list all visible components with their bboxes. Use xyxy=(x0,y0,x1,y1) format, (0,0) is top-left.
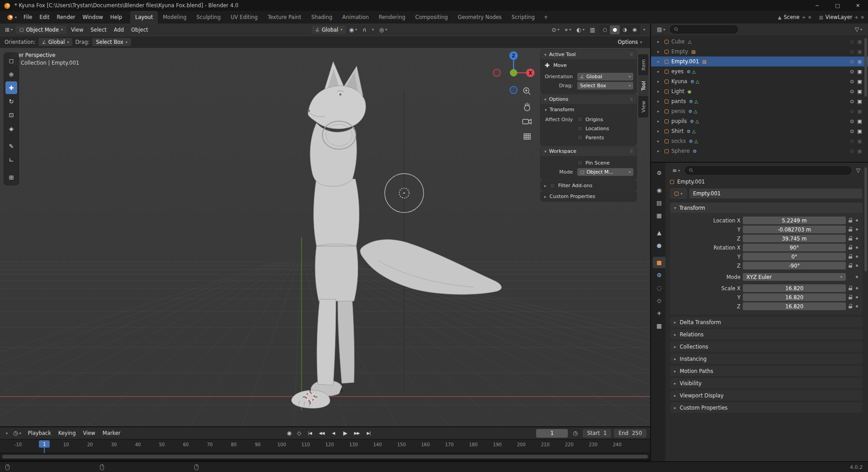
viewport-menu-add[interactable]: Add xyxy=(110,25,127,34)
play-reverse-button[interactable]: ◀ xyxy=(328,429,339,438)
gizmos-toggle[interactable]: ⌖▾ xyxy=(562,26,573,34)
lock-icon[interactable] xyxy=(848,295,853,300)
overlays-toggle[interactable]: ◐▾ xyxy=(574,26,587,34)
axis-y-ball[interactable] xyxy=(510,70,517,76)
animate-dot[interactable] xyxy=(856,296,858,298)
visibility-eye-icon[interactable]: ⊙ xyxy=(848,109,856,114)
outliner-row-empty[interactable]: ▸Empty▨⊙▣ xyxy=(651,47,868,57)
animate-dot[interactable] xyxy=(856,305,858,307)
workspace-tab-compositing[interactable]: Compositing xyxy=(410,11,453,24)
texture-icon[interactable]: ▩ xyxy=(653,320,665,331)
locations-checkbox[interactable] xyxy=(577,126,583,131)
snap-magnet-toggle[interactable]: ∩ xyxy=(360,26,369,34)
panel-motion-paths[interactable]: ▸Motion Paths xyxy=(670,366,863,376)
panel-drag-dropdown[interactable]: Select Box ▾ xyxy=(577,82,633,90)
sidebar-tab-view[interactable]: View xyxy=(638,96,648,118)
menu-help[interactable]: Help xyxy=(107,13,126,22)
timeline-scrollbar[interactable] xyxy=(2,455,648,458)
snap-settings-dropdown[interactable]: ▾ xyxy=(370,27,376,33)
animate-dot[interactable] xyxy=(856,228,858,231)
tweak-select-tool-button[interactable]: ◻ xyxy=(5,54,17,67)
lock-icon[interactable] xyxy=(848,245,853,250)
axis-negative-z-ball[interactable] xyxy=(510,86,517,94)
pivot-point-button[interactable]: ◉▾ xyxy=(347,26,359,34)
properties-scrollbar[interactable] xyxy=(864,167,867,271)
timeline-menu-view[interactable]: View xyxy=(79,429,99,438)
rendered-shading-button[interactable]: ◉ xyxy=(630,25,640,34)
add-workspace-button[interactable]: + xyxy=(540,14,552,20)
render-camera-icon[interactable]: ▣ xyxy=(856,128,863,134)
view-layer-icon[interactable]: ▦ xyxy=(653,210,665,221)
number-field[interactable]: 90° xyxy=(743,244,846,251)
render-camera-icon[interactable]: ▣ xyxy=(856,39,863,45)
disclosure-triangle-icon[interactable]: ▸ xyxy=(657,49,664,54)
preview-range-toggle[interactable]: ◷ xyxy=(571,429,580,437)
number-field[interactable]: 39.745 m xyxy=(743,235,846,242)
number-field[interactable]: 0° xyxy=(743,253,846,260)
workspace-tab-geometry-nodes[interactable]: Geometry Nodes xyxy=(453,11,507,24)
timeline-menu-playback[interactable]: Playback xyxy=(24,429,55,438)
tool-drag-dropdown[interactable]: Select Box ▾ xyxy=(92,38,131,46)
timeline-menu-keying[interactable]: Keying xyxy=(55,429,80,438)
object-icon[interactable]: ■ xyxy=(653,257,665,268)
visibility-eye-icon[interactable]: ⊙ xyxy=(848,148,856,154)
render-icon[interactable]: ◉ xyxy=(653,184,665,196)
lock-icon[interactable] xyxy=(848,304,853,309)
workspace-mode-dropdown[interactable]: ▢ Object M... ▾ xyxy=(577,168,633,176)
number-field[interactable]: 16.820 xyxy=(743,284,846,292)
blender-app-menu-button[interactable]: ▾ xyxy=(4,14,20,20)
close-button[interactable]: ✕ xyxy=(848,0,868,11)
current-frame-marker[interactable]: 1 xyxy=(39,440,50,448)
lock-icon[interactable] xyxy=(848,218,853,223)
visibility-eye-icon[interactable]: ⊙ xyxy=(848,138,856,144)
render-camera-icon[interactable]: ▣ xyxy=(856,109,863,114)
previous-keyframe-button[interactable]: ◀◀ xyxy=(316,429,327,438)
animate-dot[interactable] xyxy=(856,219,858,222)
world-icon[interactable]: ● xyxy=(653,240,665,251)
panel-delta-transform[interactable]: ▸Delta Transform xyxy=(670,317,863,327)
move-tool-button[interactable]: ✚ xyxy=(5,81,17,94)
cursor-tool-button[interactable]: ⊕ xyxy=(5,68,17,80)
pin-scene-checkbox[interactable] xyxy=(577,160,583,165)
visibility-eye-icon[interactable]: ⊙ xyxy=(848,89,856,94)
render-camera-icon[interactable]: ▣ xyxy=(856,148,863,154)
outliner-row-shirt[interactable]: ▸Shirt⚙△⊙▣ xyxy=(651,126,868,136)
editor-type-button[interactable]: ⊞▾ xyxy=(3,26,15,34)
transform-orientation-dropdown[interactable]: ∠ Global ▾ xyxy=(312,26,346,34)
render-camera-icon[interactable]: ▣ xyxy=(856,99,863,104)
render-camera-icon[interactable]: ▣ xyxy=(856,118,863,124)
disclosure-triangle-icon[interactable]: ▸ xyxy=(657,59,664,64)
origins-checkbox[interactable] xyxy=(577,117,583,122)
viewport-canvas[interactable]: Z X xyxy=(0,48,650,426)
workspace-tab-scripting[interactable]: Scripting xyxy=(507,11,540,24)
disclosure-triangle-icon[interactable]: ▸ xyxy=(657,89,664,94)
xray-toggle[interactable]: ▥ xyxy=(588,26,597,34)
rotate-tool-button[interactable]: ↻ xyxy=(5,95,17,108)
render-camera-icon[interactable]: ▣ xyxy=(856,59,863,65)
panel-orientation-dropdown[interactable]: ∠ Global ▾ xyxy=(577,73,633,80)
workspace-tab-sculpting[interactable]: Sculpting xyxy=(191,11,226,24)
transform-panel-header[interactable]: ▾ Transform xyxy=(670,203,863,213)
wireframe-shading-button[interactable]: ○ xyxy=(600,25,610,34)
disclosure-triangle-icon[interactable]: ▸ xyxy=(657,149,664,153)
sidebar-tab-tool[interactable]: Tool xyxy=(638,76,648,95)
physics-icon[interactable]: ◌ xyxy=(653,282,665,293)
render-camera-icon[interactable]: ▣ xyxy=(856,89,863,94)
outliner-row-pants[interactable]: ▸pants⚙△⊙▣ xyxy=(651,96,868,106)
outliner-filter-button[interactable]: ▽▾ xyxy=(853,25,864,33)
output-icon[interactable]: ▤ xyxy=(653,197,665,208)
animate-dot[interactable] xyxy=(856,276,858,278)
remove-view-layer-button[interactable]: ✕ xyxy=(861,15,864,20)
filter-addons-checkbox[interactable] xyxy=(550,183,555,189)
rotation-mode-dropdown[interactable]: XYZ Euler ▾ xyxy=(743,273,846,281)
panel-relations[interactable]: ▸Relations xyxy=(670,329,863,340)
solid-shading-button[interactable]: ● xyxy=(610,25,620,34)
disclosure-triangle-icon[interactable]: ▸ xyxy=(657,109,664,113)
outliner-row-eyes[interactable]: ▸eyes⚙△⊙▣ xyxy=(651,66,868,76)
panel-viewport-display[interactable]: ▸Viewport Display xyxy=(670,390,863,401)
workspace-tab-modeling[interactable]: Modeling xyxy=(158,11,191,24)
animate-dot[interactable] xyxy=(856,264,858,267)
viewport-menu-view[interactable]: View xyxy=(67,25,87,34)
number-field[interactable]: 5.2249 m xyxy=(743,217,846,224)
new-scene-button[interactable]: + xyxy=(802,15,806,20)
